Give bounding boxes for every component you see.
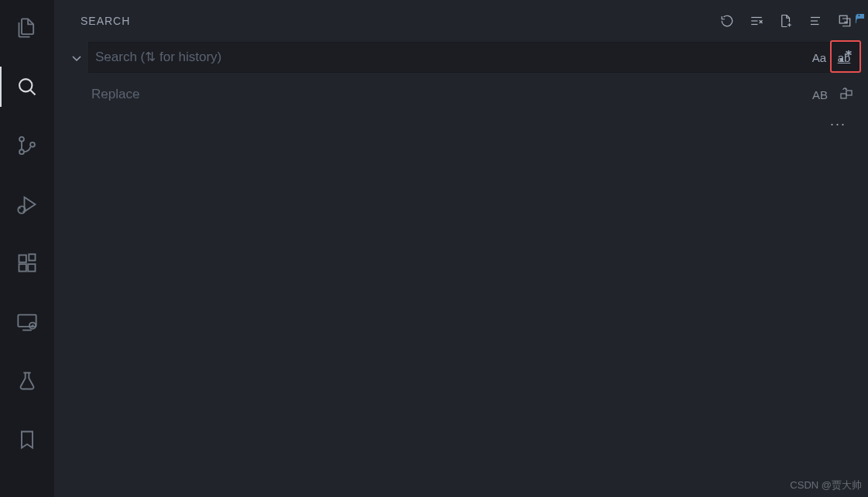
- search-section: Aa ab Replace AB: [54, 42, 868, 132]
- search-row: Aa ab: [70, 42, 860, 73]
- preserve-case-button[interactable]: AB: [811, 88, 829, 101]
- activity-run-debug[interactable]: [9, 186, 46, 223]
- replace-all-icon: [839, 87, 853, 101]
- regex-icon: [838, 49, 853, 64]
- replace-input-container[interactable]: Replace AB: [88, 79, 860, 110]
- refresh-icon: [720, 14, 734, 28]
- svg-rect-9: [19, 264, 26, 271]
- activity-explorer[interactable]: [9, 9, 46, 46]
- search-icon: [16, 76, 38, 98]
- sidebar-header: SEARCH: [54, 0, 868, 42]
- collapse-icon: [838, 14, 852, 28]
- debug-icon: [16, 194, 38, 215]
- svg-rect-27: [840, 59, 843, 62]
- activity-remote-explorer[interactable]: [9, 303, 46, 341]
- watermark-text: CSDN @贾大帅: [790, 478, 862, 492]
- activity-bookmarks[interactable]: [9, 421, 46, 458]
- svg-point-2: [19, 137, 24, 142]
- regex-button[interactable]: [830, 40, 861, 73]
- svg-rect-8: [19, 255, 26, 262]
- svg-line-6: [19, 207, 21, 209]
- chevron-down-icon: [70, 52, 83, 64]
- svg-point-3: [19, 149, 24, 154]
- beaker-icon: [16, 370, 38, 392]
- activity-source-control[interactable]: [9, 127, 46, 164]
- search-options: Aa ab: [808, 47, 855, 67]
- svg-line-1: [30, 90, 35, 94]
- replace-all-button[interactable]: [837, 87, 856, 101]
- files-icon: [16, 17, 38, 39]
- new-file-icon: [779, 14, 793, 28]
- collapse-all-button[interactable]: [837, 13, 853, 29]
- toggle-replace-button[interactable]: [70, 50, 84, 64]
- svg-rect-28: [841, 94, 846, 98]
- editor-edge-icon: [854, 0, 868, 39]
- search-input-container: Aa ab: [88, 42, 860, 73]
- new-search-editor-button[interactable]: [778, 13, 794, 29]
- sidebar-title: SEARCH: [81, 15, 130, 27]
- replace-placeholder: Replace: [91, 87, 811, 102]
- search-input[interactable]: [95, 50, 808, 65]
- svg-point-30: [859, 15, 860, 16]
- extensions-icon: [16, 252, 38, 274]
- source-control-icon: [16, 135, 38, 156]
- replace-row: Replace AB: [88, 79, 860, 110]
- clear-results-button[interactable]: [749, 13, 764, 29]
- svg-rect-29: [846, 91, 852, 95]
- svg-line-7: [23, 211, 25, 213]
- header-actions: [719, 13, 853, 29]
- remote-icon: [16, 311, 38, 333]
- activity-search[interactable]: [9, 68, 46, 105]
- svg-rect-10: [28, 264, 35, 271]
- replace-options: AB: [811, 87, 856, 101]
- svg-point-4: [30, 142, 35, 147]
- svg-point-0: [19, 79, 32, 91]
- clear-icon: [750, 14, 763, 28]
- toggle-search-details[interactable]: ···: [70, 110, 860, 132]
- bookmark-icon: [16, 429, 38, 451]
- activity-extensions[interactable]: [9, 245, 46, 282]
- view-tree-button[interactable]: [808, 13, 823, 29]
- activity-testing[interactable]: [9, 362, 46, 399]
- match-case-button[interactable]: Aa: [808, 47, 830, 67]
- activity-bar: [0, 0, 54, 497]
- search-sidebar: SEARCH: [54, 0, 868, 497]
- python-icon: [856, 13, 866, 26]
- list-icon: [808, 14, 822, 28]
- svg-rect-11: [29, 254, 35, 260]
- refresh-button[interactable]: [719, 13, 735, 29]
